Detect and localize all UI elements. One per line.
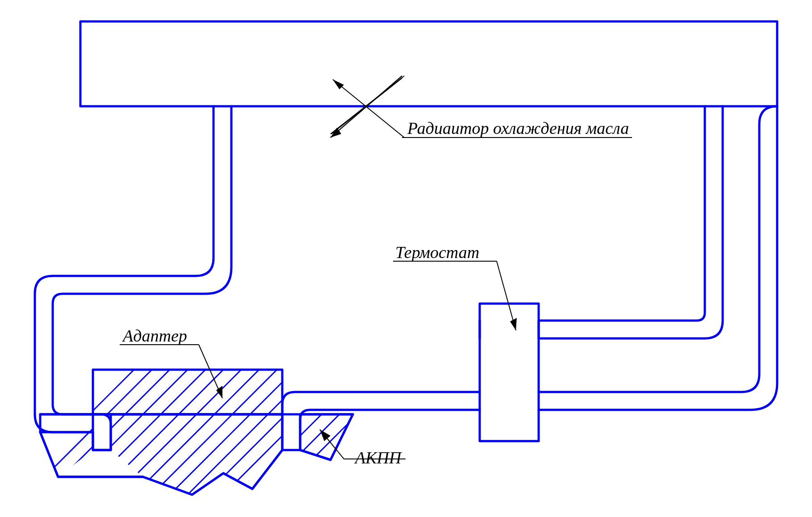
svg-marker-41 [510, 318, 517, 330]
svg-line-18 [134, 414, 214, 495]
svg-marker-44 [216, 386, 222, 398]
akpp-bottom-outline [40, 414, 353, 495]
right-pipe-radiator-to-thermostat [539, 106, 723, 338]
akpp-section-left [27, 414, 304, 495]
svg-marker-38 [333, 79, 344, 89]
thermostat-box [480, 304, 539, 441]
akpp-label: АКПП [354, 448, 402, 467]
radiator-label: Радиаитор охлаждения масла [407, 119, 629, 138]
svg-line-13 [45, 414, 125, 495]
svg-line-37 [333, 79, 404, 138]
adapter-label: Адаптер [121, 326, 187, 345]
left-pipe-outer [35, 106, 231, 450]
radiator-box [80, 21, 777, 106]
svg-line-19 [152, 414, 232, 495]
thermostat-label: Термостат [395, 243, 479, 262]
oil-cooling-schematic: Радиаитор охлаждения масла Термостат Ада… [0, 0, 812, 517]
svg-line-23 [223, 414, 304, 495]
svg-line-14 [63, 414, 143, 495]
svg-line-22 [205, 414, 286, 495]
pipe-thermostat-wrap [539, 106, 777, 410]
svg-marker-47 [320, 429, 331, 441]
